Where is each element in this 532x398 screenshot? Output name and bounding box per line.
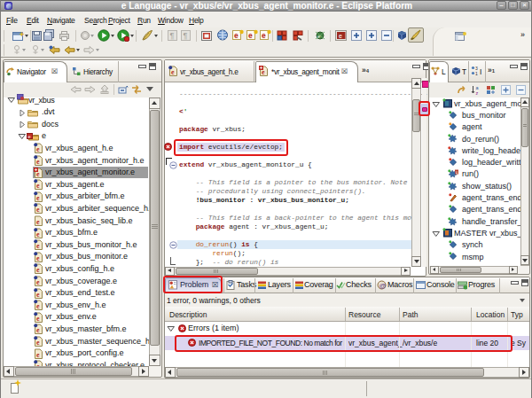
svg-text:e: e — [36, 326, 40, 334]
svg-text:+: + — [20, 30, 24, 39]
svg-text:@: @ — [379, 282, 387, 290]
svg-text:e: e — [339, 33, 342, 39]
svg-text:e: e — [234, 31, 239, 40]
svg-text:z: z — [476, 90, 479, 95]
svg-text:e: e — [36, 339, 40, 347]
svg-text:e: e — [36, 218, 40, 226]
svg-text:e: e — [28, 134, 31, 139]
svg-text:e: e — [171, 68, 175, 76]
svg-text:e: e — [36, 193, 40, 201]
svg-text:¶: ¶ — [170, 31, 175, 40]
svg-text:e: e — [36, 290, 40, 298]
svg-text:e: e — [36, 182, 40, 190]
svg-text:e: e — [36, 242, 40, 250]
svg-text:e: e — [36, 350, 40, 358]
svg-text:e: e — [36, 302, 40, 310]
svg-text:¶: ¶ — [184, 31, 188, 40]
svg-text:e: e — [36, 158, 40, 166]
svg-text:e: e — [36, 278, 40, 286]
svg-text:1: 1 — [475, 71, 478, 76]
svg-text:e: e — [36, 254, 40, 261]
svg-text:e: e — [248, 31, 253, 40]
svg-text:e: e — [36, 266, 40, 274]
svg-text:e: e — [36, 145, 40, 153]
svg-text:e: e — [36, 314, 40, 322]
svg-text:e: e — [262, 31, 266, 40]
svg-text:e: e — [36, 230, 40, 238]
svg-text:e: e — [36, 206, 40, 214]
